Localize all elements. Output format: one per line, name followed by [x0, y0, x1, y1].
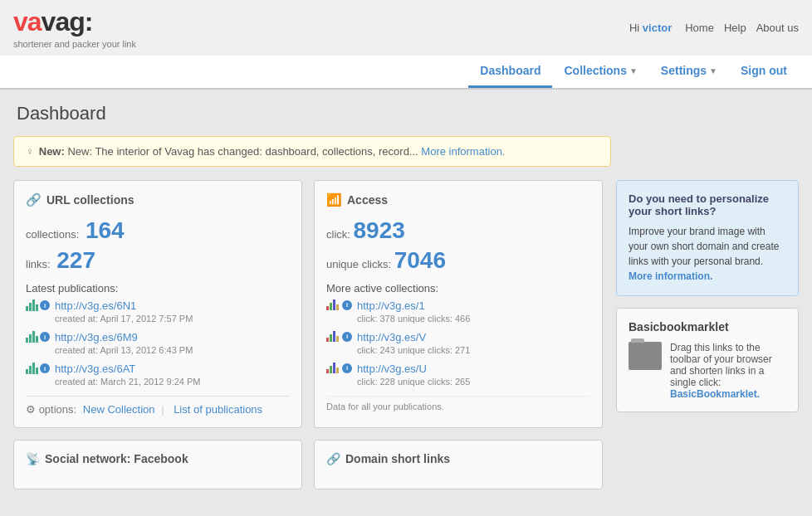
- notice-new: New:: [39, 145, 65, 158]
- logo-vag: vag:: [42, 7, 93, 37]
- logo: vavag:: [13, 7, 136, 37]
- folder-tab: [631, 338, 644, 343]
- bookmarklet-panel: Basicbookmarklet Drag this links to the …: [616, 308, 799, 412]
- pub-link-1[interactable]: http://v3g.es/6M9: [55, 331, 138, 343]
- new-collection-link[interactable]: New Collection: [83, 403, 155, 416]
- home-link[interactable]: Home: [685, 22, 714, 34]
- list-item: i http://v3g.es/6N1 created at: April 17…: [26, 299, 290, 324]
- settings-dropdown-arrow: ▼: [709, 66, 717, 75]
- pub-icons: i: [26, 331, 50, 343]
- unique-stat: unique clicks: 7046: [326, 247, 590, 274]
- bar-chart-icon: [26, 299, 38, 311]
- chart-icon: [326, 299, 339, 310]
- notice-bar: ♀ New: New: The interior of Vavag has ch…: [13, 136, 611, 167]
- personalize-title: Do you need to personalize your short li…: [629, 192, 786, 217]
- bar-chart-icon: [26, 331, 38, 343]
- username-link[interactable]: victor: [643, 22, 672, 34]
- link2-icon: 🔗: [326, 452, 340, 465]
- info-icon: i: [40, 363, 50, 373]
- top-right: Hi victor Home Help About us: [629, 22, 799, 34]
- list-item: i http://v3g.es/V click: 243 unique clic…: [326, 331, 590, 356]
- tagline: shortener and packer your link: [13, 39, 136, 49]
- social-panel: 📡 Social network: Facebook: [13, 440, 302, 489]
- latest-label: Latest publications:: [26, 282, 290, 295]
- pub-icons: i: [326, 363, 352, 373]
- nav-collections[interactable]: Collections ▼: [552, 56, 648, 88]
- hi-user: Hi victor: [629, 22, 672, 34]
- bookmarklet-content: Drag this links to the toolbar of your b…: [629, 342, 786, 400]
- pub-icons: i: [326, 331, 352, 342]
- about-link[interactable]: About us: [756, 22, 799, 34]
- access-details: http://v3g.es/U click: 228 unique clicks…: [357, 363, 470, 387]
- data-footer: Data for all your publications.: [326, 396, 590, 411]
- pub-link-2[interactable]: http://v3g.es/6AT: [55, 363, 135, 375]
- panel-row: 🔗 URL collections collections: 164 links…: [13, 180, 603, 428]
- left-col: 🔗 URL collections collections: 164 links…: [13, 180, 603, 489]
- domain-panel: 🔗 Domain short links: [314, 440, 603, 489]
- pub-icons: i: [26, 363, 50, 374]
- personalize-text: Improve your brand image with your own s…: [629, 224, 786, 284]
- access-link-1[interactable]: http://v3g.es/V: [357, 331, 426, 343]
- logo-area: vavag: shortener and packer your link: [13, 7, 136, 49]
- info-icon: i: [40, 332, 50, 342]
- access-details: http://v3g.es/V click: 243 unique clicks…: [357, 331, 470, 356]
- header-top: vavag: shortener and packer your link Hi…: [0, 0, 812, 56]
- separator: |: [161, 403, 164, 416]
- info-icon: i: [342, 363, 352, 373]
- pub-details: http://v3g.es/6AT created at: March 21, …: [55, 363, 201, 387]
- access-link-0[interactable]: http://v3g.es/1: [357, 299, 425, 312]
- links-stat: links: 227: [26, 247, 290, 274]
- nav-settings[interactable]: Settings ▼: [649, 56, 729, 88]
- right-col: Do you need to personalize your short li…: [616, 180, 799, 489]
- main-grid: 🔗 URL collections collections: 164 links…: [13, 180, 799, 489]
- access-panel: 📶 Access click: 8923 unique clicks: 7046…: [314, 180, 603, 428]
- logo-va: va: [13, 7, 42, 37]
- pub-link-0[interactable]: http://v3g.es/6N1: [55, 299, 136, 312]
- more-active-label: More active collections:: [326, 282, 590, 295]
- domain-title: 🔗 Domain short links: [326, 452, 590, 465]
- rss-icon: 📡: [26, 452, 40, 465]
- access-details: http://v3g.es/1 click: 378 unique clicks…: [357, 299, 470, 324]
- gear-icon: ⚙: [26, 403, 36, 416]
- bar-chart-icon: [26, 363, 38, 374]
- info-icon: i: [342, 300, 352, 310]
- collections-dropdown-arrow: ▼: [629, 66, 638, 75]
- url-collections-title: 🔗 URL collections: [26, 192, 290, 207]
- list-item: i http://v3g.es/6AT created at: March 21…: [26, 363, 290, 387]
- chart-icon: [326, 331, 339, 342]
- content: Dashboard ♀ New: New: The interior of Va…: [0, 90, 812, 504]
- nav-dashboard[interactable]: Dashboard: [468, 56, 552, 88]
- pub-details: http://v3g.es/6M9 created at: April 13, …: [55, 331, 193, 356]
- access-link-2[interactable]: http://v3g.es/U: [357, 363, 427, 375]
- notice-more-link[interactable]: More information.: [421, 145, 505, 158]
- personalize-link[interactable]: More information.: [629, 270, 712, 282]
- bookmarklet-link[interactable]: BasicBookmarklet.: [670, 388, 760, 400]
- personalize-panel: Do you need to personalize your short li…: [616, 180, 799, 296]
- list-publications-link[interactable]: List of publications: [174, 403, 262, 416]
- info-icon: i: [342, 332, 352, 342]
- header: vavag: shortener and packer your link Hi…: [0, 0, 812, 90]
- pub-icons: i: [26, 299, 50, 311]
- bottom-panels: 📡 Social network: Facebook 🔗 Domain shor…: [13, 440, 603, 489]
- click-stat: click: 8923: [326, 217, 590, 244]
- collections-stat: collections: 164: [26, 217, 290, 244]
- link-icon: 🔗: [26, 192, 42, 207]
- notice-text: New: New: The interior of Vavag has chan…: [39, 145, 506, 158]
- access-title: 📶 Access: [326, 192, 590, 207]
- nav-sign-out[interactable]: Sign out: [729, 56, 799, 88]
- bulb-icon: ♀: [26, 145, 34, 158]
- access-icon: 📶: [326, 192, 342, 207]
- bookmarklet-text: Drag this links to the toolbar of your b…: [670, 342, 786, 400]
- options-row: ⚙ options: New Collection | List of publ…: [26, 396, 290, 416]
- main-nav: Dashboard Collections ▼ Settings ▼ Sign …: [0, 56, 812, 89]
- help-link[interactable]: Help: [724, 22, 746, 34]
- top-nav: Home Help About us: [685, 22, 799, 34]
- bookmarklet-title: Basicbookmarklet: [629, 320, 786, 333]
- social-title: 📡 Social network: Facebook: [26, 452, 290, 465]
- pub-details: http://v3g.es/6N1 created at: April 17, …: [55, 299, 193, 324]
- page-title: Dashboard: [13, 103, 799, 124]
- url-collections-panel: 🔗 URL collections collections: 164 links…: [13, 180, 302, 428]
- pub-icons: i: [326, 299, 352, 310]
- chart-icon: [326, 363, 339, 373]
- list-item: i http://v3g.es/6M9 created at: April 13…: [26, 331, 290, 356]
